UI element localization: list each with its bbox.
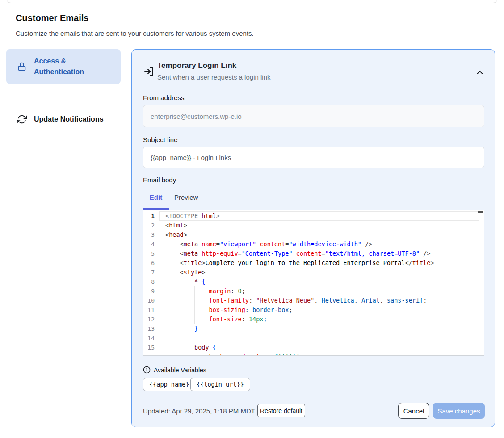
available-variables-label: Available Variables xyxy=(154,366,206,374)
section-title: Temporary Login Link xyxy=(157,61,236,70)
login-icon xyxy=(143,66,154,79)
sidebar-item-update-notifications[interactable]: Update Notifications xyxy=(6,109,121,130)
email-body-label: Email body xyxy=(143,176,176,184)
page-title: Customer Emails xyxy=(16,13,88,23)
page-subtitle: Customize the emails that are sent to yo… xyxy=(16,29,254,37)
code-editor[interactable]: 12345678910111213141516 <!DOCTYPE html><… xyxy=(143,210,484,356)
info-icon xyxy=(143,366,151,375)
from-address-input[interactable] xyxy=(143,105,484,127)
chevron-up-icon[interactable] xyxy=(474,67,486,78)
cancel-button[interactable]: Cancel xyxy=(398,403,429,419)
code-lines[interactable]: <!DOCTYPE html><html><head> <meta name="… xyxy=(159,210,484,355)
updated-timestamp: Updated: Apr 29, 2025, 1:18 PM MDT xyxy=(143,407,255,415)
tab-preview[interactable]: Preview xyxy=(174,194,198,201)
variable-chip-login-url[interactable]: {{login_url}} xyxy=(190,378,250,391)
from-address-label: From address xyxy=(143,94,185,101)
tab-edit[interactable]: Edit xyxy=(143,194,169,201)
lock-icon xyxy=(17,62,27,72)
sidebar-item-label: Update Notifications xyxy=(34,114,105,125)
previous-card-bottom-edge xyxy=(6,0,498,3)
sidebar-item-access-authentication[interactable]: Access & Authentication xyxy=(6,49,121,84)
sidebar-item-label: Access & Authentication xyxy=(34,56,105,77)
restore-default-button[interactable]: Restore default xyxy=(257,404,305,417)
refresh-icon xyxy=(17,114,27,124)
section-subtitle: Sent when a user requests a login link xyxy=(157,73,270,81)
sidebar: Access & Authentication Update Notificat… xyxy=(6,49,121,130)
temporary-login-link-panel: Temporary Login Link Sent when a user re… xyxy=(131,49,495,427)
save-changes-button[interactable]: Save changes xyxy=(433,403,485,419)
subject-line-label: Subject line xyxy=(143,136,178,143)
subject-line-input[interactable] xyxy=(143,147,484,168)
code-gutter: 12345678910111213141516 xyxy=(143,210,158,355)
